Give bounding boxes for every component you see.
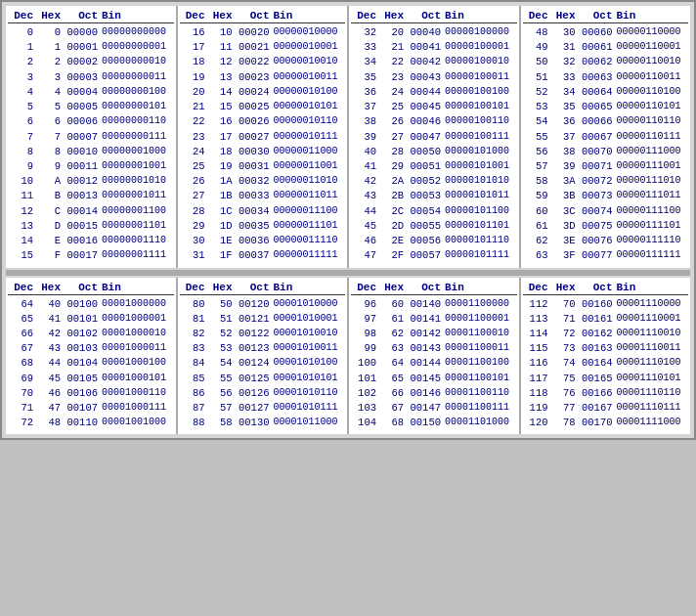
hex-value: 1	[35, 40, 63, 55]
table-row: 28 1C 00034 00000011100	[180, 204, 346, 219]
oct-value: 00021	[235, 40, 272, 55]
dec-value: 43	[351, 189, 378, 203]
bin-value: 00000110011	[615, 70, 689, 85]
dec-value: 86	[180, 386, 207, 401]
dec-value: 11	[8, 189, 35, 203]
table-row: 5 5 00005 00000000101	[8, 100, 174, 114]
bin-header: Bin	[443, 10, 517, 22]
bin-value: 00000000011	[100, 70, 174, 85]
dec-value: 102	[351, 386, 378, 401]
bin-value: 00001000100	[100, 356, 174, 371]
bin-value: 00000100101	[443, 100, 517, 114]
table-row: 24 18 00030 00000011000	[180, 145, 346, 159]
table-row: 81 51 00121 00001010001	[180, 312, 346, 327]
table-row: 101 65 00145 00001100101	[351, 372, 517, 386]
table-row: 84 54 00124 00001010100	[180, 356, 346, 371]
column-headers: Dec Hex Oct Bin	[8, 282, 174, 295]
table-row: 44 2C 00054 00000101100	[351, 204, 517, 219]
bin-value: 00001000101	[100, 372, 174, 386]
dec-value: 87	[180, 401, 207, 416]
hex-value: 70	[550, 297, 578, 312]
dec-value: 96	[351, 297, 378, 312]
table-row: 46 2E 00056 00000101110	[351, 234, 517, 248]
hex-value: 1D	[207, 219, 235, 234]
bin-value: 00001000111	[100, 401, 174, 416]
bin-value: 00000001010	[100, 174, 174, 189]
table-row: 66 42 00102 00001000010	[8, 327, 174, 341]
hex-value: F	[35, 248, 63, 263]
dec-value: 33	[351, 40, 378, 55]
hex-value: 18	[207, 145, 235, 159]
oct-value: 00000	[63, 25, 100, 40]
bin-value: 00000011010	[272, 174, 346, 189]
dec-value: 9	[8, 159, 35, 174]
table-section: Dec Hex Oct Bin 48 30 00060 00000110000 …	[521, 6, 691, 268]
table-section: Dec Hex Oct Bin 96 60 00140 00001100000 …	[349, 278, 519, 435]
table-row: 38 26 00046 00000100110	[351, 114, 517, 129]
table-row: 52 34 00064 00000110100	[523, 85, 689, 100]
bin-value: 00001100111	[443, 401, 517, 416]
hex-value: 60	[378, 297, 406, 312]
dec-value: 100	[351, 356, 378, 371]
dec-value: 10	[8, 174, 35, 189]
bin-value: 00001011000	[272, 416, 346, 430]
dec-value: 18	[180, 55, 207, 69]
oct-value: 00032	[235, 174, 272, 189]
hex-value: 52	[207, 327, 235, 341]
dec-value: 56	[523, 145, 550, 159]
dec-value: 41	[351, 159, 378, 174]
dec-value: 51	[523, 70, 550, 85]
table-row: 26 1A 00032 00000011010	[180, 174, 346, 189]
dec-value: 8	[8, 145, 35, 159]
hex-value: 61	[378, 312, 406, 327]
hex-value: 30	[550, 25, 578, 40]
bin-value: 00001010110	[272, 386, 346, 401]
dec-header: Dec	[523, 10, 550, 22]
dec-value: 37	[351, 100, 378, 114]
hex-value: 3E	[550, 234, 578, 248]
oct-value: 00024	[235, 85, 272, 100]
dec-header: Dec	[351, 282, 378, 293]
hex-value: 34	[550, 85, 578, 100]
table-row: 35 23 00043 00000100011	[351, 70, 517, 85]
hex-value: 77	[550, 401, 578, 416]
oct-value: 00073	[578, 189, 615, 203]
bin-value: 00001010111	[272, 401, 346, 416]
table-row: 13 D 00015 00000001101	[8, 219, 174, 234]
oct-value: 00164	[578, 356, 615, 371]
bin-value: 00000001100	[100, 204, 174, 219]
oct-value: 00025	[235, 100, 272, 114]
hex-header: Hex	[207, 282, 235, 293]
hex-value: 26	[378, 114, 406, 129]
bin-header: Bin	[615, 10, 689, 22]
bin-value: 00001101000	[443, 416, 517, 430]
oct-value: 00064	[578, 85, 615, 100]
table-row: 45 2D 00055 00000101101	[351, 219, 517, 234]
bin-header: Bin	[443, 282, 517, 293]
oct-value: 00127	[235, 401, 272, 416]
oct-value: 00140	[406, 297, 443, 312]
oct-value: 00035	[235, 219, 272, 234]
bin-value: 00001110110	[615, 386, 689, 401]
hex-value: 68	[378, 416, 406, 430]
dec-value: 120	[523, 416, 550, 430]
bin-value: 00000100000	[443, 25, 517, 40]
bin-value: 00001010100	[272, 356, 346, 371]
oct-value: 00014	[63, 204, 100, 219]
bin-value: 00000011110	[272, 234, 346, 248]
table-row: 86 56 00126 00001010110	[180, 386, 346, 401]
oct-value: 00062	[578, 55, 615, 69]
dec-value: 20	[180, 85, 207, 100]
dec-value: 84	[180, 356, 207, 371]
oct-value: 00071	[578, 159, 615, 174]
oct-value: 00007	[63, 130, 100, 145]
bin-value: 00001010010	[272, 327, 346, 341]
bin-value: 00001001000	[100, 416, 174, 430]
table-row: 83 53 00123 00001010011	[180, 341, 346, 356]
oct-value: 00040	[406, 25, 443, 40]
dec-value: 85	[180, 372, 207, 386]
bin-value: 00000100111	[443, 130, 517, 145]
hex-value: 4	[35, 85, 63, 100]
hex-value: 62	[378, 327, 406, 341]
bin-header: Bin	[615, 282, 689, 293]
